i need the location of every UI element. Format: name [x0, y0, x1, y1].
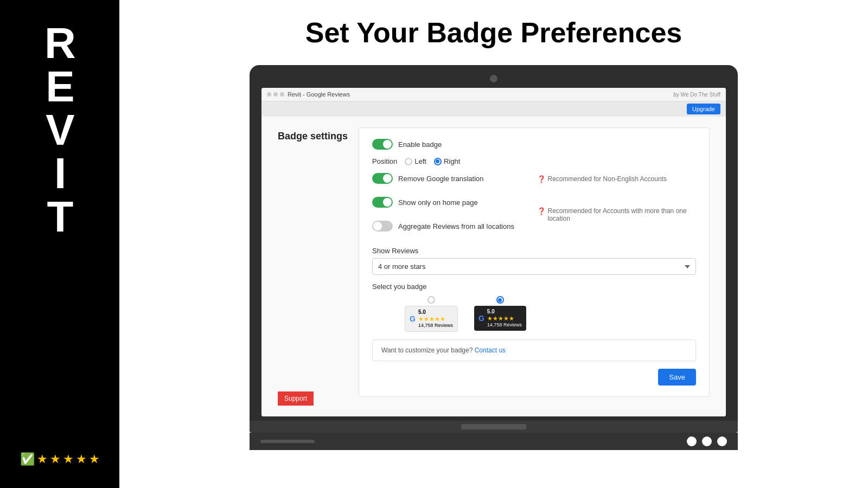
badge-rating-dark: 5.0 — [487, 309, 522, 315]
star-3: ★ — [63, 452, 74, 466]
browser-dot-3 — [280, 92, 284, 97]
support-button[interactable]: Support — [278, 391, 314, 406]
recommended-multiple-location-text: ❓ Recommended for Accounts with more tha… — [537, 207, 696, 222]
stand-dots — [687, 436, 727, 446]
position-left-label: Left — [414, 157, 426, 165]
badge-options: G 5.0 ★★★★★ 14,758 Reviews — [405, 296, 696, 332]
show-reviews-dropdown[interactable]: 4 or more stars 3 or more stars All revi… — [372, 258, 696, 275]
letter-r: R — [44, 22, 75, 65]
contact-us-link[interactable]: Contact us — [475, 346, 506, 354]
badge-preview-light: G 5.0 ★★★★★ 14,758 Reviews — [405, 306, 458, 332]
select-badge-section: Select you badge G 5.0 — [372, 282, 696, 332]
position-right-radio[interactable] — [434, 158, 442, 165]
show-reviews-label: Show Reviews — [372, 247, 696, 255]
settings-col-left: Remove Google translation — [372, 173, 531, 239]
stand-dot-2 — [702, 436, 712, 446]
letter-i: I — [54, 152, 65, 195]
badge-count-light: 14,758 Reviews — [418, 323, 453, 329]
show-home-page-row: Show only on home page — [372, 197, 531, 208]
enable-badge-row: Enable badge — [372, 139, 696, 150]
enable-badge-label: Enable badge — [398, 140, 442, 149]
badge-settings-section-label: Badge settings — [278, 127, 348, 397]
show-home-page-label: Show only on home page — [398, 198, 478, 207]
select-badge-label: Select you badge — [372, 282, 696, 291]
badge-radio-light[interactable] — [427, 296, 435, 304]
main-content: Set Your Badge Preferences Revit - Googl… — [119, 0, 868, 488]
badge-radio-dark[interactable] — [496, 296, 504, 304]
aggregate-reviews-toggle[interactable] — [372, 221, 393, 232]
browser-header: Revit - Google Reviews by We Do The Stuf… — [261, 88, 726, 101]
browser-dot-1 — [267, 92, 271, 97]
browser-byline: by We Do The Stuff — [673, 92, 720, 98]
badge-rating-light: 5.0 — [418, 309, 453, 316]
letter-t: T — [47, 195, 73, 239]
recommended-non-english-text: ❓ Recommended for Non-English Accounts — [537, 175, 696, 183]
letter-e: E — [46, 65, 73, 108]
recommended-non-english-label: Recommended for Non-English Accounts — [548, 175, 667, 183]
position-left-radio[interactable] — [405, 158, 412, 165]
google-logo-light: G — [410, 314, 416, 323]
badge-info-light: 5.0 ★★★★★ 14,758 Reviews — [418, 309, 453, 329]
browser-page-content: Badge settings Enable badge — [261, 117, 726, 416]
sidebar-rating: ✅ ★ ★ ★ ★ ★ — [20, 452, 100, 466]
check-icon: ✅ — [20, 452, 35, 466]
position-label: Position — [372, 157, 397, 165]
letter-v: V — [46, 108, 73, 152]
badge-option-dark[interactable]: G 5.0 ★★★★★ 14,758 Reviews — [474, 296, 526, 331]
aggregate-reviews-row: Aggregate Reviews from all locations — [372, 221, 531, 232]
sidebar: R E V I T ✅ ★ ★ ★ ★ ★ — [0, 0, 119, 488]
help-icon-2: ❓ — [537, 207, 546, 215]
star-4: ★ — [76, 452, 87, 466]
position-right-label: Right — [444, 157, 460, 165]
laptop-camera — [490, 75, 497, 82]
show-home-page-toggle[interactable] — [372, 197, 393, 208]
badge-radio-dark-inner — [498, 298, 502, 302]
laptop-device: Revit - Google Reviews by We Do The Stuf… — [250, 65, 738, 450]
sidebar-brand-letters: R E V I T — [44, 22, 75, 239]
browser-nav: Revit - Google Reviews — [267, 91, 350, 98]
stand-line — [260, 440, 315, 443]
badge-option-light[interactable]: G 5.0 ★★★★★ 14,758 Reviews — [405, 296, 458, 332]
remove-google-translation-row: Remove Google translation — [372, 173, 531, 184]
badge-settings-panel: Enable badge Position Left — [359, 127, 710, 397]
browser-window-controls — [267, 92, 284, 97]
stand-dot-1 — [687, 436, 697, 446]
laptop-base — [250, 421, 738, 433]
upgrade-button[interactable]: Upgrade — [687, 104, 720, 114]
settings-col-right: ❓ Recommended for Non-English Accounts ❓… — [537, 173, 696, 239]
help-icon-1: ❓ — [537, 175, 546, 183]
badge-stars-light: ★★★★★ — [418, 316, 453, 323]
badge-info-dark: 5.0 ★★★★★ 14,758 Reviews — [487, 309, 522, 328]
position-left-option[interactable]: Left — [405, 157, 426, 165]
badge-preview-dark: G 5.0 ★★★★★ 14,758 Reviews — [474, 306, 526, 331]
badge-stars-dark: ★★★★★ — [487, 315, 522, 322]
star-5: ★ — [89, 452, 100, 466]
badge-settings-layout: Badge settings Enable badge — [278, 127, 710, 397]
browser-dot-2 — [273, 92, 278, 97]
remove-translation-label: Remove Google translation — [398, 175, 484, 183]
save-section: Save — [372, 369, 696, 386]
save-button[interactable]: Save — [658, 369, 696, 386]
stand-dot-3 — [717, 436, 727, 446]
google-logo-dark: G — [478, 314, 484, 323]
position-right-option[interactable]: Right — [434, 157, 460, 165]
enable-badge-toggle[interactable] — [372, 139, 393, 150]
recommended-multiple-location-label: Recommended for Accounts with more than … — [548, 207, 696, 222]
settings-grid: Remove Google translation — [372, 173, 696, 239]
laptop-touchpad — [461, 424, 526, 429]
star-2: ★ — [50, 452, 61, 466]
browser-window: Revit - Google Reviews by We Do The Stuf… — [261, 88, 726, 416]
customize-section: Want to customize your badge? Contact us — [372, 339, 696, 361]
aggregate-reviews-label: Aggregate Reviews from all locations — [398, 222, 514, 230]
star-1: ★ — [37, 452, 48, 466]
customize-text: Want to customize your badge? — [381, 346, 473, 354]
browser-tab-title: Revit - Google Reviews — [288, 91, 350, 98]
show-reviews-section: Show Reviews 4 or more stars 3 or more s… — [372, 247, 696, 275]
remove-translation-toggle[interactable] — [372, 173, 393, 184]
position-row: Position Left Right — [372, 157, 696, 165]
badge-count-dark: 14,758 Reviews — [487, 322, 522, 328]
page-title: Set Your Badge Preferences — [305, 16, 682, 49]
laptop-stand — [250, 433, 738, 450]
browser-toolbar: Upgrade — [261, 101, 726, 117]
laptop-screen-area: Revit - Google Reviews by We Do The Stuf… — [250, 65, 738, 421]
